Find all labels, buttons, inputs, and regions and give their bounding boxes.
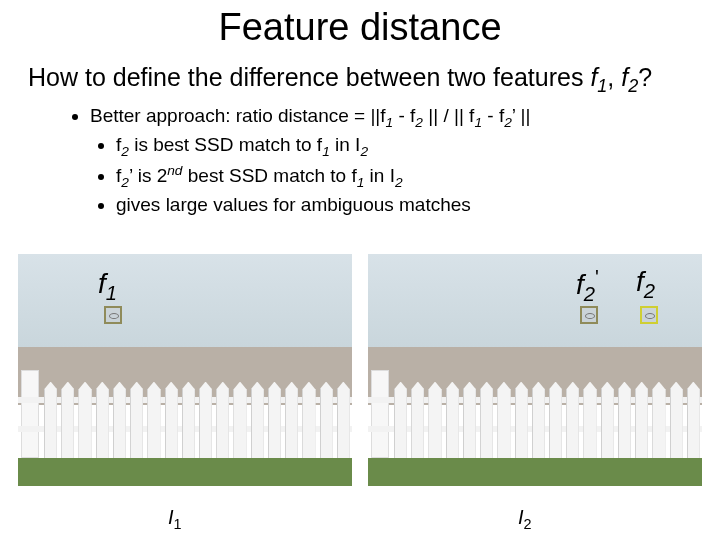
fig1-caption: I1 [168,506,182,532]
fig2-fence [368,382,702,459]
bm-m2: || / || f [423,105,474,126]
fence-picket [44,382,57,459]
fence-picket [165,382,178,459]
bullet-main: Better approach: ratio distance = ||f1 -… [90,103,720,218]
fence-picket [182,382,195,459]
fence-picket [233,382,246,459]
fig1-feature-box [104,306,122,324]
bm-prime: ’ || [512,105,531,126]
fence-picket [216,382,229,459]
eye-icon [109,313,119,319]
fence-picket [320,382,333,459]
figure-i1: f1 [18,254,352,486]
fence-picket [337,382,350,459]
i1-sub: 1 [174,516,182,532]
eye-icon [645,313,655,319]
fence-picket [480,382,493,459]
fence-picket [515,382,528,459]
q-f1-sub: 1 [597,76,607,96]
q-f2-sub: 2 [628,76,638,96]
f1-sym: f [98,268,106,299]
fence-picket [147,382,160,459]
fence-picket [96,382,109,459]
fence-picket [302,382,315,459]
s2b: ’ is 2 [129,165,167,186]
slide: Feature distance How to define the diffe… [0,6,720,540]
fence-picket [251,382,264,459]
fence-picket [428,382,441,459]
fence-picket [687,382,700,459]
fig1-f1-label: f1 [98,268,117,305]
bm-s3: 1 [474,115,482,130]
fig2-feature-box-f2 [640,306,658,324]
fence-picket [130,382,143,459]
fence-picket [285,382,298,459]
fence-picket [394,382,407,459]
bullet-list: Better approach: ratio distance = ||f1 -… [60,103,720,218]
s2dsub: 2 [395,175,403,190]
s1csub: 2 [360,144,368,159]
f2p-sym: f [576,269,584,300]
fence-picket [446,382,459,459]
bm-s4: 2 [504,115,512,130]
q-suffix: ? [638,63,652,91]
fig2-feature-box-f2prime [580,306,598,324]
bm-m1: - f [393,105,415,126]
fence-picket [411,382,424,459]
fence-picket [61,382,74,459]
f2-sub: 2 [644,280,655,302]
fence-picket [618,382,631,459]
fence-picket [670,382,683,459]
fence-picket [635,382,648,459]
fence-post [371,370,389,458]
fig2-f2-label: f2 [636,266,655,303]
fence-picket [601,382,614,459]
fence-picket [463,382,476,459]
s2d: in I [364,165,395,186]
fence-post [21,370,39,458]
fence-picket [497,382,510,459]
fig1-sky [18,254,352,347]
q-mid: , [607,63,621,91]
s2sup: nd [167,163,182,178]
fence-picket [583,382,596,459]
s2asub: 2 [121,175,129,190]
question-prefix: How to define the difference between two… [28,63,590,91]
i2-sub: 2 [524,516,532,532]
fig2-caption: I2 [518,506,532,532]
s1c: in I [330,134,361,155]
fence-picket [78,382,91,459]
s1asub: 2 [121,144,129,159]
f2p-prime: ' [595,266,599,288]
bullet-sub1: f2 is best SSD match to f1 in I2 [116,132,720,161]
f2p-sub: 2 [584,283,595,305]
bm-m3: - f [482,105,504,126]
s2c: best SSD match to f [182,165,356,186]
fence-picket [532,382,545,459]
fig2-f2prime-label: f2' [576,266,599,306]
fence-picket [113,382,126,459]
fence-picket [566,382,579,459]
fig2-grass [368,458,702,486]
question-line: How to define the difference between two… [28,63,720,97]
figure-i2: f2' f2 [368,254,702,486]
fence-picket [652,382,665,459]
slide-title: Feature distance [0,6,720,49]
bm-prefix: Better approach: ratio distance = ||f [90,105,386,126]
figures-row: f1 f2' f2 [18,254,702,486]
eye-icon [585,313,595,319]
fence-picket [549,382,562,459]
bullet-sub2: f2’ is 2nd best SSD match to f1 in I2 [116,162,720,193]
bm-s2: 2 [415,115,423,130]
fig1-fence [18,382,352,459]
s1bsub: 1 [322,144,330,159]
f2-sym: f [636,266,644,297]
f1-sub: 1 [106,282,117,304]
fence-picket [268,382,281,459]
fence-picket [199,382,212,459]
s1b: is best SSD match to f [129,134,322,155]
bullet-sub3: gives large values for ambiguous matches [116,192,720,218]
fig1-grass [18,458,352,486]
